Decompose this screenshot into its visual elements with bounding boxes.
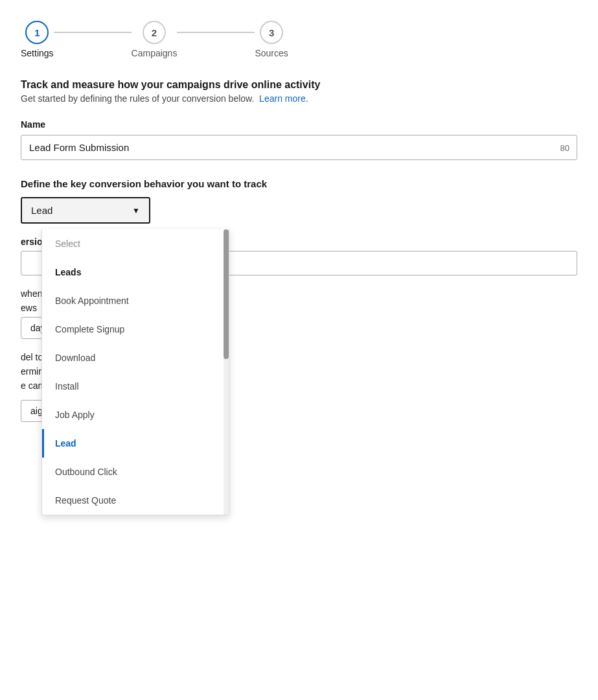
dropdown-item-request-quote[interactable]: Request Quote	[42, 486, 229, 515]
name-input[interactable]	[21, 135, 577, 160]
conversion-behavior-dropdown[interactable]: Lead ▼	[21, 197, 150, 224]
step-circle-2: 2	[143, 21, 166, 44]
step-circle-1: 1	[25, 21, 49, 44]
dropdown-item-complete-signup[interactable]: Complete Signup	[42, 315, 229, 344]
step-campaigns[interactable]: 2 Campaigns	[132, 21, 178, 58]
scrollbar-thumb[interactable]	[224, 229, 229, 359]
step-connector-1	[54, 32, 132, 33]
header-description: Get started by defining the rules of you…	[21, 93, 577, 104]
name-label: Name	[21, 119, 577, 130]
name-input-wrapper: 80	[21, 135, 577, 160]
chevron-down-icon: ▼	[132, 206, 140, 215]
step-sources[interactable]: 3 Sources	[255, 21, 288, 58]
header-title: Track and measure how your campaigns dri…	[21, 79, 577, 91]
dropdown-item-leads[interactable]: Leads	[42, 258, 229, 286]
conversion-behavior-label: Define the key conversion behavior you w…	[21, 178, 577, 189]
learn-more-link[interactable]: Learn more	[259, 93, 306, 104]
dropdown-item-job-apply[interactable]: Job Apply	[42, 401, 229, 429]
step-circle-3: 3	[260, 21, 283, 44]
step-settings[interactable]: 1 Settings	[21, 21, 54, 58]
dropdown-area: Lead ▼ ersion when the conversion can be…	[21, 197, 577, 422]
char-count: 80	[560, 143, 569, 152]
dropdown-item-download[interactable]: Download	[42, 344, 229, 372]
dropdown-menu: Select Leads Book Appointment Complete S…	[41, 229, 229, 515]
dropdown-item-select[interactable]: Select	[42, 229, 229, 258]
dropdown-item-lead[interactable]: Lead	[42, 429, 229, 458]
dropdown-item-outbound-click[interactable]: Outbound Click	[42, 458, 229, 486]
step-connector-2	[177, 32, 255, 33]
name-field: Name 80	[21, 119, 577, 160]
dropdown-menu-inner: Select Leads Book Appointment Complete S…	[42, 229, 229, 515]
header-section: Track and measure how your campaigns dri…	[21, 79, 577, 104]
step-label-campaigns: Campaigns	[132, 48, 178, 58]
step-label-settings: Settings	[21, 48, 54, 58]
dropdown-selected-value: Lead	[31, 205, 52, 216]
stepper: 1 Settings 2 Campaigns 3 Sources	[21, 21, 577, 58]
dropdown-item-book-appointment[interactable]: Book Appointment	[42, 286, 229, 315]
main-content: Define the key conversion behavior you w…	[21, 178, 577, 422]
dropdown-item-install[interactable]: Install	[42, 372, 229, 401]
step-label-sources: Sources	[255, 48, 288, 58]
scrollbar-track[interactable]	[224, 229, 229, 515]
